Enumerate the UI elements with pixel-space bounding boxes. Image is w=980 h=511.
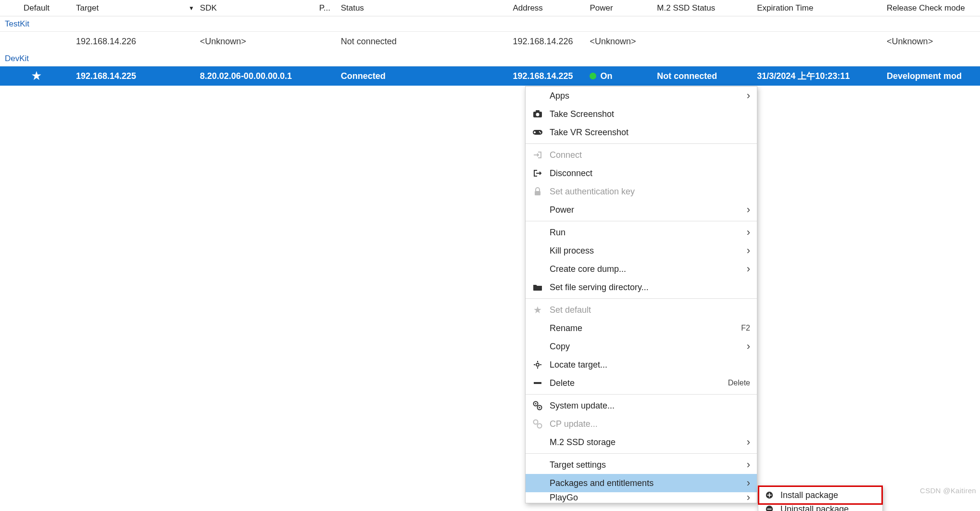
chevron-right-icon: › bbox=[747, 477, 750, 489]
col-address[interactable]: Address bbox=[510, 3, 587, 13]
menu-item-label: Take Screenshot bbox=[550, 109, 750, 119]
col-m2[interactable]: M.2 SSD Status bbox=[654, 3, 754, 13]
star-icon: ★ bbox=[32, 70, 41, 82]
menu-item-system-update[interactable]: System update... bbox=[526, 396, 757, 415]
chevron-right-icon: › bbox=[747, 436, 750, 448]
menu-item-copy[interactable]: Copy› bbox=[526, 337, 757, 356]
menu-item-create-core-dump[interactable]: Create core dump...› bbox=[526, 260, 757, 278]
group-label: TestKit bbox=[5, 19, 29, 29]
menu-item-label: Run bbox=[550, 228, 747, 238]
menu-item-run[interactable]: Run› bbox=[526, 223, 757, 242]
svg-point-14 bbox=[539, 407, 540, 409]
menu-item-label: Connect bbox=[550, 150, 750, 160]
svg-rect-8 bbox=[535, 191, 540, 195]
col-mode[interactable]: Release Check mode bbox=[884, 3, 980, 13]
cell-m2: Not connected bbox=[654, 71, 754, 81]
minus-icon bbox=[526, 382, 550, 384]
menu-item-m-2-ssd-storage[interactable]: M.2 SSD storage› bbox=[526, 433, 757, 451]
menu-separator bbox=[526, 394, 757, 395]
cell-default: ★ bbox=[0, 70, 73, 82]
folder-icon bbox=[526, 283, 550, 291]
col-sdk[interactable]: SDK bbox=[197, 3, 316, 13]
menu-item-label: Set default bbox=[550, 305, 750, 315]
col-target[interactable]: Target ▼ bbox=[73, 3, 197, 13]
menu-item-apps[interactable]: Apps› bbox=[526, 87, 757, 105]
menu-item-packages-and-entitlements[interactable]: Packages and entitlements› bbox=[526, 474, 757, 492]
table-row-selected[interactable]: ★ 192.168.14.225 8.20.02.06-00.00.00.0.1… bbox=[0, 66, 980, 86]
menu-item-label: Packages and entitlements bbox=[550, 478, 747, 488]
login-icon bbox=[526, 151, 550, 159]
cell-address: 192.168.14.226 bbox=[510, 37, 587, 47]
gamepad-icon bbox=[526, 129, 550, 136]
menu-item-disconnect[interactable]: Disconnect bbox=[526, 164, 757, 182]
table-header-row: Default Target ▼ SDK P... Status Address… bbox=[0, 0, 980, 16]
menu-separator bbox=[526, 298, 757, 299]
submenu-install-package[interactable]: Install package bbox=[758, 486, 882, 504]
submenu-uninstall-package[interactable]: Uninstall package bbox=[758, 504, 882, 511]
submenu-label: Install package bbox=[780, 490, 838, 500]
menu-item-label: Take VR Screenshot bbox=[550, 128, 750, 138]
svg-rect-21 bbox=[767, 509, 772, 510]
menu-item-label: Target settings bbox=[550, 460, 747, 470]
menu-item-take-vr-screenshot[interactable]: Take VR Screenshot bbox=[526, 123, 757, 141]
menu-item-set-default: ★Set default bbox=[526, 301, 757, 319]
cell-status: Not connected bbox=[338, 37, 510, 47]
menu-item-label: M.2 SSD storage bbox=[550, 437, 747, 447]
gear2-icon bbox=[526, 419, 550, 429]
minus-circle-icon bbox=[758, 505, 780, 511]
group-testkit[interactable]: TestKit bbox=[0, 16, 980, 32]
menu-item-connect: Connect bbox=[526, 146, 757, 164]
col-status[interactable]: Status bbox=[338, 3, 510, 13]
svg-point-15 bbox=[534, 420, 538, 424]
lock-icon bbox=[526, 187, 550, 196]
menu-item-power[interactable]: Power› bbox=[526, 201, 757, 219]
chevron-right-icon: › bbox=[747, 492, 750, 503]
col-power[interactable]: Power bbox=[587, 3, 654, 13]
svg-rect-2 bbox=[536, 110, 540, 112]
menu-separator bbox=[526, 221, 757, 221]
menu-item-rename[interactable]: RenameF2 bbox=[526, 319, 757, 337]
menu-item-take-screenshot[interactable]: Take Screenshot bbox=[526, 105, 757, 123]
cell-exp: 31/3/2024 上午10:23:11 bbox=[754, 70, 884, 82]
menu-item-label: Apps bbox=[550, 91, 747, 101]
menu-item-label: CP update... bbox=[550, 419, 750, 429]
svg-point-13 bbox=[535, 403, 537, 405]
menu-shortcut: F2 bbox=[741, 324, 750, 332]
menu-item-label: Create core dump... bbox=[550, 264, 747, 274]
menu-separator bbox=[526, 143, 757, 144]
table-row[interactable]: 192.168.14.226 <Unknown> Not connected 1… bbox=[0, 32, 980, 51]
cell-sdk: 8.20.02.06-00.00.00.0.1 bbox=[197, 71, 316, 81]
submenu-label: Uninstall package bbox=[780, 504, 849, 511]
menu-item-locate-target[interactable]: Locate target... bbox=[526, 356, 757, 374]
chevron-right-icon: › bbox=[747, 89, 750, 102]
menu-item-label: System update... bbox=[550, 401, 750, 411]
menu-item-set-authentication-key: Set authentication key bbox=[526, 182, 757, 201]
menu-item-kill-process[interactable]: Kill process› bbox=[526, 242, 757, 260]
col-default[interactable]: Default bbox=[0, 3, 73, 13]
power-on-icon bbox=[590, 73, 596, 79]
cell-address: 192.168.14.225 bbox=[510, 71, 587, 81]
cell-status: Connected bbox=[338, 71, 510, 81]
menu-item-set-file-serving-directory[interactable]: Set file serving directory... bbox=[526, 278, 757, 296]
col-p[interactable]: P... bbox=[316, 3, 338, 13]
menu-item-label: Set authentication key bbox=[550, 187, 750, 197]
svg-point-16 bbox=[538, 424, 542, 428]
menu-item-playgo[interactable]: PlayGo› bbox=[526, 492, 757, 503]
context-menu: Apps›Take ScreenshotTake VR ScreenshotCo… bbox=[525, 86, 757, 503]
menu-item-delete[interactable]: DeleteDelete bbox=[526, 374, 757, 392]
cell-mode: <Unknown> bbox=[884, 37, 980, 47]
svg-point-1 bbox=[536, 113, 540, 116]
menu-item-target-settings[interactable]: Target settings› bbox=[526, 456, 757, 474]
chevron-right-icon: › bbox=[747, 263, 750, 275]
chevron-right-icon: › bbox=[747, 226, 750, 239]
sort-indicator-icon: ▼ bbox=[188, 5, 194, 12]
group-label: DevKit bbox=[5, 54, 29, 64]
chevron-right-icon: › bbox=[747, 340, 750, 353]
menu-item-label: Copy bbox=[550, 342, 747, 352]
group-devkit[interactable]: DevKit bbox=[0, 51, 980, 66]
col-exp[interactable]: Expiration Time bbox=[754, 3, 884, 13]
locate-icon bbox=[526, 360, 550, 369]
menu-shortcut: Delete bbox=[728, 379, 750, 387]
chevron-right-icon: › bbox=[747, 244, 750, 257]
menu-item-label: Delete bbox=[550, 378, 728, 388]
